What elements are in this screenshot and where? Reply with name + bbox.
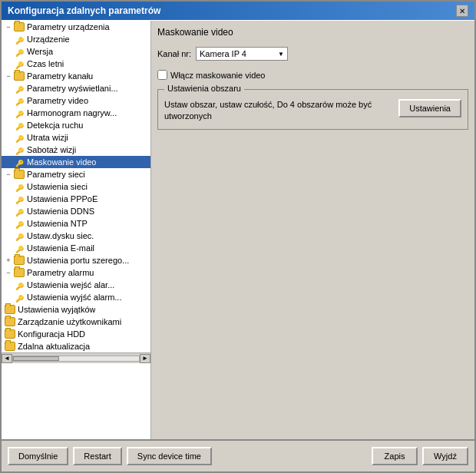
sidebar-item-ustawienia-sieci[interactable]: Ustawienia sieci bbox=[2, 180, 150, 193]
expand-icon: − bbox=[5, 170, 12, 178]
sidebar-item-pppoe[interactable]: Ustawienia PPPoE bbox=[2, 193, 150, 205]
sidebar-label: Ustawienia NTP bbox=[27, 219, 88, 228]
key-icon bbox=[15, 157, 25, 167]
sidebar-item-wyjscia-alarm[interactable]: Ustawienia wyjść alarm... bbox=[2, 291, 150, 303]
folder-icon bbox=[14, 268, 25, 277]
sidebar-label: Parametry urządzenia bbox=[27, 22, 110, 31]
folder-icon bbox=[5, 329, 15, 339]
area-description: Ustaw obszar, ustaw czułość, Do 4 obszar… bbox=[164, 99, 391, 123]
scroll-thumb[interactable] bbox=[13, 356, 59, 361]
key-icon bbox=[15, 47, 25, 56]
sidebar-item-czas-letni[interactable]: Czas letni bbox=[2, 58, 150, 70]
wyjdz-button[interactable]: Wyjdź bbox=[422, 447, 468, 465]
key-icon bbox=[15, 243, 25, 253]
zapis-button[interactable]: Zapis bbox=[372, 447, 418, 465]
folder-icon bbox=[14, 71, 25, 81]
expand-icon: + bbox=[5, 256, 12, 264]
sidebar-label: Ustawienia wejść alar... bbox=[27, 280, 114, 289]
sidebar-label: Zdalna aktualizacja bbox=[18, 342, 90, 351]
sidebar-label: Urządzenie bbox=[27, 35, 70, 44]
key-icon bbox=[15, 84, 25, 93]
sidebar-item-wersja[interactable]: Wersja bbox=[2, 45, 150, 58]
folder-icon bbox=[14, 22, 25, 31]
key-icon bbox=[15, 280, 25, 289]
close-button[interactable]: ✕ bbox=[456, 5, 468, 17]
sidebar-item-hdd[interactable]: Konfiguracja HDD bbox=[2, 328, 150, 340]
sidebar-label: Utrata wizji bbox=[27, 133, 68, 142]
sidebar-label: Parametry sieci bbox=[27, 170, 85, 179]
sidebar-item-parametry-kanalu[interactable]: − Parametry kanału bbox=[2, 70, 150, 82]
channel-value: Kamera IP 4 bbox=[200, 49, 246, 58]
group-box-title: Ustawienia obszaru bbox=[164, 84, 244, 93]
dropdown-arrow-icon: ▼ bbox=[272, 51, 284, 58]
sidebar-scrollbar[interactable]: ◄ ► bbox=[2, 352, 150, 363]
domyslnie-button[interactable]: Domyślnie bbox=[8, 447, 68, 465]
sidebar-item-maskowanie-video[interactable]: Maskowanie video bbox=[2, 156, 150, 168]
key-icon bbox=[15, 59, 25, 68]
sidebar-item-zdalna-aktualizacja[interactable]: Zdalna aktualizacja bbox=[2, 340, 150, 352]
sidebar-item-detekcja-ruchu[interactable]: Detekcja ruchu bbox=[2, 119, 150, 131]
expand-icon: − bbox=[5, 23, 12, 31]
restart-button[interactable]: Restart bbox=[73, 447, 121, 465]
sidebar-label: Ustaw.dysku siec. bbox=[27, 231, 94, 240]
sidebar-label: Ustawienia wyjątków bbox=[18, 305, 95, 314]
key-icon bbox=[15, 207, 25, 216]
panel-title: Maskowanie video bbox=[157, 27, 468, 38]
folder-icon bbox=[5, 342, 15, 351]
key-icon bbox=[15, 293, 25, 302]
sidebar-item-zarzadzanie[interactable]: Zarządzanie użytkownikami bbox=[2, 316, 150, 328]
sidebar-label: Ustawienia wyjść alarm... bbox=[27, 293, 121, 302]
folder-icon bbox=[5, 317, 15, 326]
scroll-left-btn[interactable]: ◄ bbox=[2, 354, 12, 363]
key-icon bbox=[15, 121, 25, 130]
expand-icon: − bbox=[5, 72, 12, 80]
sidebar-item-ustawienia-portu[interactable]: + Ustawienia portu szerego... bbox=[2, 254, 150, 266]
sidebar-label: Harmonogram nagryw... bbox=[27, 108, 117, 117]
key-icon bbox=[15, 96, 25, 105]
sidebar-label: Sabotaż wizji bbox=[27, 145, 76, 154]
sidebar-item-parametry-sieci[interactable]: − Parametry sieci bbox=[2, 168, 150, 180]
enable-checkbox[interactable] bbox=[157, 70, 167, 80]
right-panel: Maskowanie video Kanał nr: Kamera IP 4 ▼… bbox=[151, 21, 474, 439]
sidebar-item-parametry-video[interactable]: Parametry video bbox=[2, 94, 150, 107]
sidebar-item-dysk-siec[interactable]: Ustaw.dysku siec. bbox=[2, 230, 150, 242]
sidebar-item-ntp[interactable]: Ustawienia NTP bbox=[2, 217, 150, 230]
folder-icon bbox=[14, 256, 25, 265]
sidebar-label: Ustawienia E-mail bbox=[27, 243, 94, 253]
scroll-track[interactable] bbox=[12, 356, 140, 362]
key-icon bbox=[15, 182, 25, 191]
channel-dropdown[interactable]: Kamera IP 4 ▼ bbox=[196, 47, 288, 61]
sidebar-label: Parametry wyświetlani... bbox=[27, 84, 118, 93]
sidebar-item-sabotaz-wizji[interactable]: Sabotaż wizji bbox=[2, 144, 150, 156]
sync-device-time-button[interactable]: Sync device time bbox=[127, 447, 212, 465]
sidebar-label: Ustawienia portu szerego... bbox=[27, 256, 129, 265]
settings-button[interactable]: Ustawienia bbox=[398, 99, 461, 117]
sidebar-label: Zarządzanie użytkownikami bbox=[18, 317, 121, 326]
scroll-right-btn[interactable]: ► bbox=[140, 354, 150, 363]
sidebar-item-urzadzenie[interactable]: Urządzenie bbox=[2, 33, 150, 45]
sidebar-item-email[interactable]: Ustawienia E-mail bbox=[2, 242, 150, 254]
key-icon bbox=[15, 133, 25, 142]
folder-icon bbox=[14, 170, 25, 179]
group-box-content: Ustaw obszar, ustaw czułość, Do 4 obszar… bbox=[164, 96, 461, 123]
main-content: − Parametry urządzenia Urządzenie Wersja… bbox=[2, 20, 474, 439]
sidebar-item-ustawienia-wyjatkow[interactable]: Ustawienia wyjątków bbox=[2, 303, 150, 316]
sidebar-label: Ustawienia sieci bbox=[27, 182, 88, 191]
sidebar-item-parametry-alarmu[interactable]: − Parametry alarmu bbox=[2, 266, 150, 279]
sidebar-item-parametry-urzadzenia[interactable]: − Parametry urządzenia bbox=[2, 21, 150, 33]
sidebar-label: Parametry kanału bbox=[27, 71, 93, 81]
bottom-bar: Domyślnie Restart Sync device time Zapis… bbox=[2, 439, 474, 471]
sidebar-item-harmonogram[interactable]: Harmonogram nagryw... bbox=[2, 107, 150, 119]
key-icon bbox=[15, 194, 25, 203]
sidebar-label: Maskowanie video bbox=[27, 157, 97, 167]
sidebar-item-wejscia-alarm[interactable]: Ustawienia wejść alar... bbox=[2, 279, 150, 291]
sidebar-label: Ustawienia DDNS bbox=[27, 207, 94, 216]
sidebar-item-parametry-wyswietlania[interactable]: Parametry wyświetlani... bbox=[2, 82, 150, 94]
key-icon bbox=[15, 145, 25, 154]
sidebar-item-ddns[interactable]: Ustawienia DDNS bbox=[2, 205, 150, 217]
key-icon bbox=[15, 108, 25, 117]
sidebar-label: Parametry video bbox=[27, 96, 88, 105]
sidebar-item-utrata-wizji[interactable]: Utrata wizji bbox=[2, 131, 150, 144]
folder-icon bbox=[5, 305, 15, 314]
enable-label: Włącz maskowanie video bbox=[170, 71, 266, 80]
